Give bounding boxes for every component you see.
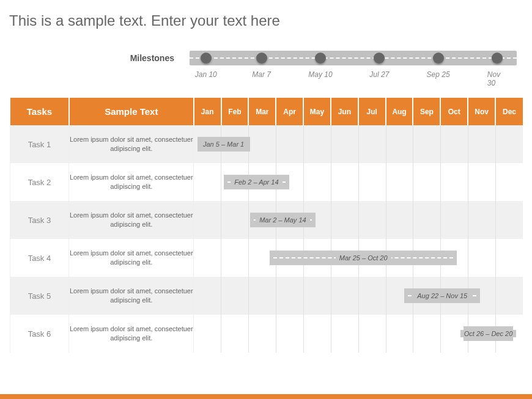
gantt-bar: Jan 5 – Mar 1 (198, 137, 250, 152)
table-row: Task 5Lorem ipsum dolor sit amet, consec… (10, 277, 523, 315)
milestone-date: Mar 7 (252, 70, 271, 79)
milestones-label: Milestones (0, 53, 190, 63)
gantt-bar: Oct 26 – Dec 20 (464, 326, 513, 341)
col-month: Sep (413, 98, 440, 125)
milestone-date: Sep 25 (427, 70, 450, 79)
gantt-bar: Feb 2 – Apr 14 (224, 175, 290, 189)
task-name: Task 3 (10, 201, 69, 239)
gantt-bar-label: Mar 2 – May 14 (256, 216, 309, 224)
task-description: Lorem ipsum dolor sit amet, consectetuer… (69, 201, 194, 239)
gantt-cell: Mar 2 – May 14 (194, 201, 523, 239)
page-title: This is a sample text. Enter your text h… (0, 0, 532, 35)
task-name: Task 5 (10, 277, 69, 315)
milestone-date: Jan 10 (195, 70, 217, 79)
col-month: Dec (495, 98, 523, 125)
col-month: May (303, 98, 331, 125)
col-tasks: Tasks (10, 98, 69, 125)
gantt-cell: Oct 26 – Dec 20 (194, 315, 523, 353)
milestone-dot (374, 53, 385, 64)
task-description: Lorem ipsum dolor sit amet, consectetuer… (69, 315, 194, 353)
milestone-date: Jul 27 (369, 70, 389, 79)
table-header: Tasks Sample Text JanFebMarAprMayJunJulA… (10, 98, 523, 125)
milestones-row: Milestones (0, 51, 532, 65)
table-row: Task 2Lorem ipsum dolor sit amet, consec… (10, 163, 523, 201)
gantt-table: Tasks Sample Text JanFebMarAprMayJunJulA… (9, 98, 523, 353)
gantt-bar: Mar 2 – May 14 (250, 213, 316, 227)
col-month: Feb (221, 98, 249, 125)
gantt-bar-label: Mar 25 – Oct 20 (336, 254, 391, 262)
gantt-cell: Feb 2 – Apr 14 (194, 163, 523, 201)
col-month: Apr (276, 98, 303, 125)
milestone-dot (315, 53, 326, 64)
col-month: Jun (331, 98, 358, 125)
milestone-dot (201, 53, 212, 64)
task-description: Lorem ipsum dolor sit amet, consectetuer… (69, 163, 194, 201)
task-name: Task 6 (10, 315, 69, 353)
task-description: Lorem ipsum dolor sit amet, consectetuer… (69, 239, 194, 277)
col-month: Nov (468, 98, 495, 125)
milestone-track (190, 51, 517, 65)
milestone-dot (433, 53, 444, 64)
milestone-dot (256, 53, 267, 64)
gantt-bar-label: Aug 22 – Nov 15 (413, 292, 471, 299)
task-name: Task 2 (10, 163, 69, 201)
task-name: Task 1 (10, 125, 69, 163)
gantt-bar-label: Jan 5 – Mar 1 (199, 141, 248, 148)
milestone-date-labels: Jan 10Mar 7May 10Jul 27Sep 25Nov 30 (190, 70, 517, 89)
table-row: Task 1Lorem ipsum dolor sit amet, consec… (10, 125, 523, 163)
gantt-cell: Aug 22 – Nov 15 (194, 277, 523, 315)
gantt-bar-label: Feb 2 – Apr 14 (231, 178, 282, 186)
table-row: Task 3Lorem ipsum dolor sit amet, consec… (10, 201, 523, 239)
gantt-cell: Mar 25 – Oct 20 (194, 239, 523, 277)
col-month: Jul (358, 98, 386, 125)
milestone-date: Nov 30 (487, 70, 507, 87)
task-name: Task 4 (10, 239, 69, 277)
milestone-dot (492, 53, 503, 64)
table-row: Task 6Lorem ipsum dolor sit amet, consec… (10, 315, 523, 353)
gantt-bar-label: Oct 26 – Dec 20 (460, 330, 517, 337)
milestone-date: May 10 (308, 70, 332, 79)
task-description: Lorem ipsum dolor sit amet, consectetuer… (69, 277, 194, 315)
footer-accent (0, 394, 532, 399)
col-month: Oct (440, 98, 468, 125)
table-row: Task 4Lorem ipsum dolor sit amet, consec… (10, 239, 523, 277)
col-month: Jan (194, 98, 221, 125)
col-month: Aug (386, 98, 413, 125)
col-sample-text: Sample Text (69, 98, 194, 125)
gantt-bar: Mar 25 – Oct 20 (270, 251, 457, 265)
col-month: Mar (248, 98, 276, 125)
task-description: Lorem ipsum dolor sit amet, consectetuer… (69, 125, 194, 163)
gantt-bar: Aug 22 – Nov 15 (404, 288, 480, 303)
gantt-cell: Jan 5 – Mar 1 (194, 125, 523, 163)
